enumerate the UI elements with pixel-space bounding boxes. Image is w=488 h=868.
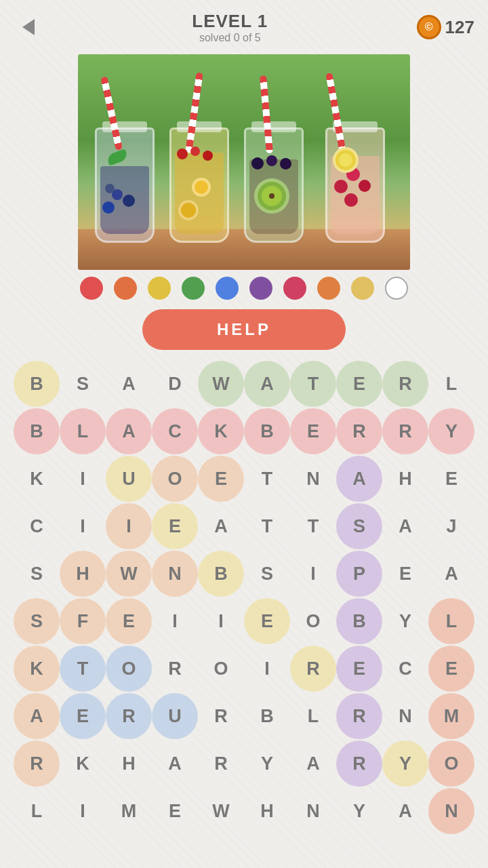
- cell-8-0[interactable]: R: [14, 741, 60, 787]
- cell-8-5[interactable]: Y: [244, 741, 290, 787]
- cell-2-3[interactable]: O: [152, 456, 198, 502]
- cell-1-3[interactable]: C: [152, 408, 198, 454]
- cell-4-0[interactable]: S: [14, 551, 60, 597]
- cell-9-3[interactable]: E: [152, 788, 198, 834]
- cell-3-0[interactable]: C: [14, 503, 60, 549]
- cell-9-2[interactable]: M: [106, 788, 152, 834]
- cell-6-8[interactable]: C: [382, 646, 428, 692]
- cell-3-4[interactable]: A: [198, 503, 244, 549]
- cell-4-9[interactable]: A: [428, 551, 474, 597]
- cell-8-7[interactable]: R: [336, 741, 382, 787]
- cell-5-6[interactable]: O: [290, 598, 336, 644]
- cell-6-7[interactable]: E: [336, 646, 382, 692]
- cell-3-6[interactable]: T: [290, 503, 336, 549]
- cell-8-3[interactable]: A: [152, 741, 198, 787]
- cell-4-5[interactable]: S: [244, 551, 290, 597]
- cell-0-3[interactable]: D: [152, 361, 198, 407]
- cell-1-1[interactable]: L: [60, 408, 106, 454]
- cell-0-2[interactable]: A: [106, 361, 152, 407]
- cell-7-9[interactable]: M: [428, 693, 474, 739]
- color-dot-red[interactable]: [80, 277, 103, 300]
- cell-8-2[interactable]: H: [106, 741, 152, 787]
- cell-5-1[interactable]: F: [60, 598, 106, 644]
- cell-6-1[interactable]: T: [60, 646, 106, 692]
- cell-3-1[interactable]: I: [60, 503, 106, 549]
- cell-7-6[interactable]: L: [290, 693, 336, 739]
- cell-0-5[interactable]: A: [244, 361, 290, 407]
- cell-3-8[interactable]: A: [382, 503, 428, 549]
- cell-7-0[interactable]: A: [14, 693, 60, 739]
- cell-3-5[interactable]: T: [244, 503, 290, 549]
- cell-9-7[interactable]: Y: [336, 788, 382, 834]
- cell-2-1[interactable]: I: [60, 456, 106, 502]
- cell-1-7[interactable]: R: [336, 408, 382, 454]
- cell-3-9[interactable]: J: [428, 503, 474, 549]
- cell-5-5[interactable]: E: [244, 598, 290, 644]
- cell-2-2[interactable]: U: [106, 456, 152, 502]
- cell-4-6[interactable]: I: [290, 551, 336, 597]
- cell-8-9[interactable]: O: [428, 741, 474, 787]
- color-dot-blue[interactable]: [216, 277, 239, 300]
- color-dot-crimson[interactable]: [283, 277, 306, 300]
- cell-9-9[interactable]: N: [428, 788, 474, 834]
- cell-9-6[interactable]: N: [290, 788, 336, 834]
- cell-5-8[interactable]: Y: [382, 598, 428, 644]
- cell-4-4[interactable]: B: [198, 551, 244, 597]
- cell-6-2[interactable]: O: [106, 646, 152, 692]
- color-dot-gold[interactable]: [351, 277, 374, 300]
- cell-1-5[interactable]: B: [244, 408, 290, 454]
- cell-0-9[interactable]: L: [428, 361, 474, 407]
- help-button[interactable]: HELP: [142, 309, 346, 350]
- cell-7-5[interactable]: B: [244, 693, 290, 739]
- cell-1-9[interactable]: Y: [428, 408, 474, 454]
- cell-7-2[interactable]: R: [106, 693, 152, 739]
- cell-3-7[interactable]: S: [336, 503, 382, 549]
- cell-9-5[interactable]: H: [244, 788, 290, 834]
- color-dot-amber[interactable]: [317, 277, 340, 300]
- cell-5-7[interactable]: B: [336, 598, 382, 644]
- cell-9-1[interactable]: I: [60, 788, 106, 834]
- cell-5-9[interactable]: L: [428, 598, 474, 644]
- cell-0-7[interactable]: E: [336, 361, 382, 407]
- cell-6-9[interactable]: E: [428, 646, 474, 692]
- cell-2-9[interactable]: E: [428, 456, 474, 502]
- color-dot-purple[interactable]: [249, 277, 272, 300]
- color-dot-white[interactable]: [385, 277, 408, 300]
- cell-4-2[interactable]: W: [106, 551, 152, 597]
- cell-2-7[interactable]: A: [336, 456, 382, 502]
- cell-1-6[interactable]: E: [290, 408, 336, 454]
- cell-5-3[interactable]: I: [152, 598, 198, 644]
- cell-9-8[interactable]: A: [382, 788, 428, 834]
- cell-9-4[interactable]: W: [198, 788, 244, 834]
- cell-5-4[interactable]: I: [198, 598, 244, 644]
- cell-4-3[interactable]: N: [152, 551, 198, 597]
- cell-7-4[interactable]: R: [198, 693, 244, 739]
- cell-8-6[interactable]: A: [290, 741, 336, 787]
- cell-4-7[interactable]: P: [336, 551, 382, 597]
- color-dot-orange[interactable]: [114, 277, 137, 300]
- cell-8-1[interactable]: K: [60, 741, 106, 787]
- cell-5-2[interactable]: E: [106, 598, 152, 644]
- cell-0-6[interactable]: T: [290, 361, 336, 407]
- cell-2-0[interactable]: K: [14, 456, 60, 502]
- cell-3-3[interactable]: E: [152, 503, 198, 549]
- cell-1-8[interactable]: R: [382, 408, 428, 454]
- cell-4-1[interactable]: H: [60, 551, 106, 597]
- cell-4-8[interactable]: E: [382, 551, 428, 597]
- cell-6-4[interactable]: O: [198, 646, 244, 692]
- color-dot-green[interactable]: [182, 277, 205, 300]
- cell-8-8[interactable]: Y: [382, 741, 428, 787]
- cell-3-2[interactable]: I: [106, 503, 152, 549]
- cell-7-3[interactable]: U: [152, 693, 198, 739]
- cell-2-6[interactable]: N: [290, 456, 336, 502]
- cell-6-5[interactable]: I: [244, 646, 290, 692]
- cell-7-7[interactable]: R: [336, 693, 382, 739]
- cell-0-1[interactable]: S: [60, 361, 106, 407]
- cell-1-0[interactable]: B: [14, 408, 60, 454]
- cell-1-2[interactable]: A: [106, 408, 152, 454]
- cell-6-3[interactable]: R: [152, 646, 198, 692]
- cell-2-4[interactable]: E: [198, 456, 244, 502]
- cell-6-0[interactable]: K: [14, 646, 60, 692]
- cell-7-1[interactable]: E: [60, 693, 106, 739]
- cell-0-4[interactable]: W: [198, 361, 244, 407]
